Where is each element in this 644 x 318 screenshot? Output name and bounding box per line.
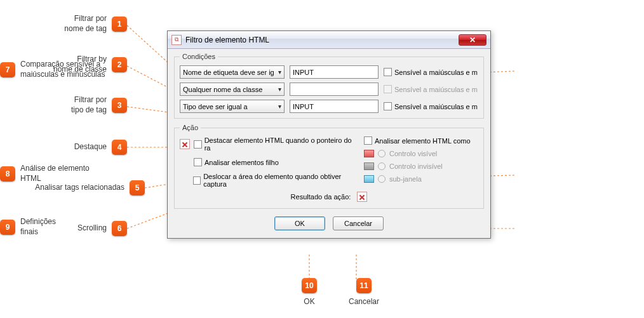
anno-10: 10OK [302,278,317,306]
app-icon: ⧉ [171,35,182,45]
titlebar[interactable]: ⧉ Filtro de elemento HTML ✕ [168,31,490,49]
tagname-value[interactable] [290,65,379,79]
anno-7: 7Comparação sensível amaiúsculas e minús… [0,60,105,79]
opt-subwindow: sub-janela [364,175,478,183]
anno-8: 8Análise de elementoHTML [0,164,90,183]
anno-9: 9Definiçõesfinais [0,217,56,237]
ok-button[interactable]: OK [274,216,325,230]
invisible-icon [364,162,374,170]
result-label: Resultado da ação: [291,193,351,201]
type-value[interactable] [290,100,379,113]
visible-icon [364,150,374,157]
scroll-checkbox[interactable]: Deslocar a área do elemento quando obtiv… [193,173,355,188]
window-title: Filtro de elemento HTML [185,36,269,44]
children-row: Analisar elementos filho [180,158,355,166]
close-button[interactable]: ✕ [459,34,486,46]
type-case-checkbox[interactable]: Sensível a maiúsculas e m [384,102,478,110]
anno-4: Destaque4 [0,140,127,155]
conditions-legend: Condições [180,53,218,60]
opt-invisible: Controlo invisível [364,162,478,170]
dialog-window: ⧉ Filtro de elemento HTML ✕ Condições No… [167,30,491,239]
opt-visible: Controlo visível [364,150,478,157]
classname-case-checkbox: Sensível a maiúsculas e m [384,85,478,93]
subwindow-icon [364,175,374,183]
analyze-checkbox[interactable]: Analisar elemento HTML como [364,136,478,145]
tagname-select[interactable]: Nome de etiqueta deve ser ig [180,65,285,79]
conditions-group: Condições Nome de etiqueta deve ser ig S… [174,53,484,119]
anno-1: Filtrar pornome de tag1 [0,14,127,34]
anno-11: 11Cancelar [349,278,379,306]
classname-select[interactable]: Qualquer nome da classe [180,83,285,96]
highlight-checkbox[interactable]: Destacar elemento HTML quando o ponteiro… [194,136,355,152]
action-group: Ação Destacar elemento HTML quando o pon… [174,124,484,209]
classname-value[interactable] [290,83,379,96]
highlight-row: Destacar elemento HTML quando o ponteiro… [180,136,355,152]
type-select[interactable]: Tipo deve ser igual a [180,100,285,113]
highlight-icon [180,139,190,149]
condition-row-3: Tipo deve ser igual a Sensível a maiúscu… [180,100,478,113]
children-checkbox[interactable]: Analisar elementos filho [194,158,279,166]
cancel-button[interactable]: Cancelar [333,216,384,230]
result-row: Resultado da ação: [180,192,478,202]
condition-row-1: Nome de etiqueta deve ser ig Sensível a … [180,65,478,79]
scroll-row: Deslocar a área do elemento quando obtiv… [180,173,355,188]
action-legend: Ação [180,124,201,131]
condition-row-2: Qualquer nome da classe Sensível a maiús… [180,83,478,96]
anno-3: Filtrar portipo de tag3 [0,95,127,115]
tagname-case-checkbox[interactable]: Sensível a maiúsculas e m [384,68,478,76]
result-icon [357,192,367,202]
